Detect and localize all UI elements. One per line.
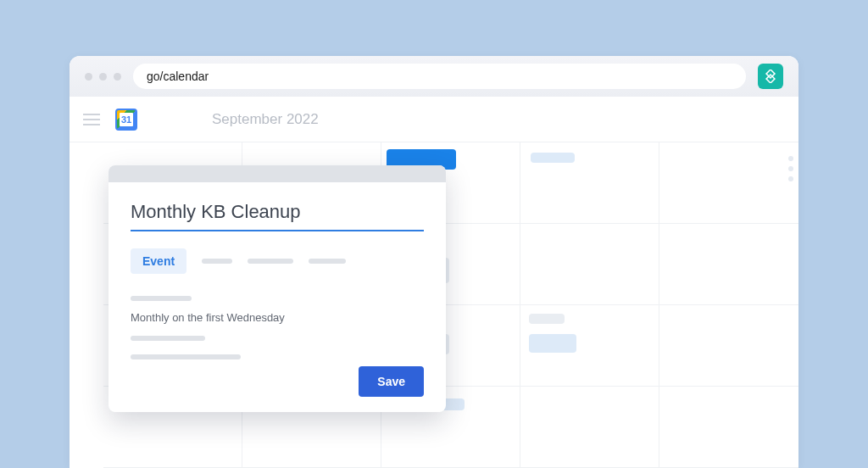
- calendar-logo-day: 31: [120, 113, 133, 126]
- detail-placeholder: [131, 336, 205, 341]
- save-button[interactable]: Save: [359, 366, 424, 397]
- calendar-cell[interactable]: [659, 387, 798, 468]
- calendar-cell[interactable]: [520, 142, 659, 224]
- type-option-placeholder[interactable]: [202, 259, 232, 264]
- extension-icon: [764, 70, 777, 83]
- event-details-area: Monthly on the first Wednesday: [131, 296, 424, 359]
- dialog-body: Event Monthly on the first Wednesday Sav…: [108, 182, 446, 412]
- minimize-window-icon[interactable]: [99, 73, 107, 81]
- browser-chrome: go/calendar: [70, 56, 798, 97]
- event-chip[interactable]: [529, 334, 576, 353]
- event-type-row: Event: [131, 248, 424, 274]
- dialog-handle[interactable]: [108, 165, 446, 182]
- hamburger-menu-icon[interactable]: [83, 114, 100, 125]
- url-text: go/calendar: [147, 70, 209, 83]
- grid-gutter: [70, 387, 103, 468]
- detail-placeholder: [131, 354, 241, 359]
- grid-gutter: [70, 224, 103, 305]
- detail-placeholder: [131, 296, 192, 301]
- event-chip[interactable]: [529, 314, 565, 324]
- month-label: September 2022: [212, 111, 319, 128]
- grid-gutter: [70, 305, 103, 387]
- calendar-cell[interactable]: [520, 224, 659, 305]
- extension-button[interactable]: [758, 64, 783, 89]
- maximize-window-icon[interactable]: [114, 73, 121, 81]
- create-event-dialog: Event Monthly on the first Wednesday Sav…: [108, 165, 446, 412]
- grid-gutter: [70, 142, 103, 224]
- calendar-cell[interactable]: [659, 305, 798, 387]
- app-header: 31 September 2022: [70, 97, 798, 142]
- dialog-actions: Save: [131, 366, 424, 397]
- event-type-pill[interactable]: Event: [131, 248, 186, 274]
- calendar-logo-icon[interactable]: 31: [115, 109, 137, 131]
- recurrence-text[interactable]: Monthly on the first Wednesday: [131, 311, 424, 324]
- calendar-cell[interactable]: [659, 224, 798, 305]
- scroll-indicator: [788, 148, 793, 181]
- type-option-placeholder[interactable]: [309, 259, 346, 264]
- window-controls: [85, 73, 121, 81]
- calendar-cell[interactable]: [520, 305, 659, 387]
- close-window-icon[interactable]: [85, 73, 92, 81]
- calendar-cell[interactable]: [520, 387, 659, 468]
- calendar-cell[interactable]: [659, 142, 798, 224]
- event-title-input[interactable]: [131, 198, 424, 231]
- event-chip[interactable]: [531, 153, 575, 163]
- url-bar[interactable]: go/calendar: [133, 64, 746, 89]
- type-option-placeholder[interactable]: [248, 259, 293, 264]
